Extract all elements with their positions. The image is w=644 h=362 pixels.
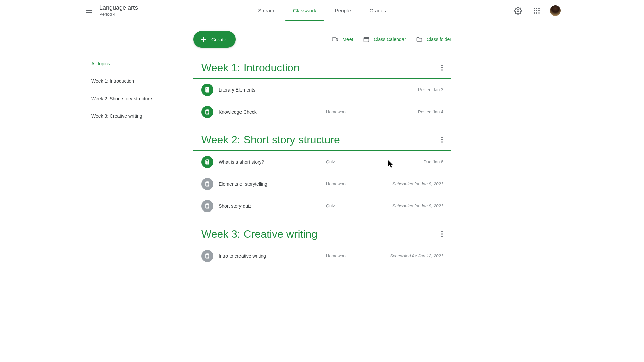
classwork-date: Due Jan 6 — [424, 159, 443, 164]
calendar-icon — [363, 36, 370, 43]
classwork-type: Quiz — [326, 159, 373, 164]
sidebar: All topicsWeek 1: IntroductionWeek 2: Sh… — [78, 21, 193, 267]
topic-more-button[interactable] — [435, 61, 449, 74]
svg-point-9 — [538, 12, 540, 14]
folder-icon — [416, 36, 423, 43]
topic-title[interactable]: Week 2: Short story structure — [193, 134, 340, 146]
svg-point-18 — [441, 231, 443, 232]
svg-rect-10 — [332, 38, 336, 41]
link-class-calendar[interactable]: Class Calendar — [363, 36, 406, 43]
topic-header: Week 3: Creative writing — [193, 227, 451, 245]
classwork-type: Homework — [326, 109, 373, 114]
link-meet[interactable]: Meet — [332, 36, 353, 43]
quiz-icon — [201, 156, 213, 168]
gear-icon — [514, 7, 522, 15]
topic-title[interactable]: Week 3: Creative writing — [193, 228, 317, 240]
classwork-date: Scheduled for Jan 8, 2021 — [392, 181, 443, 186]
svg-point-1 — [534, 8, 535, 9]
create-button[interactable]: Create — [193, 31, 236, 48]
sidebar-item[interactable]: Week 3: Creative writing — [91, 107, 193, 125]
tab-people[interactable]: People — [327, 0, 359, 21]
assignment-icon — [201, 200, 213, 212]
classwork-title: Short story quiz — [219, 203, 326, 209]
topic-title[interactable]: Week 1: Introduction — [193, 62, 300, 74]
classwork-title: Literary Elements — [219, 87, 326, 93]
topic-more-button[interactable] — [435, 133, 449, 146]
nav-tabs: StreamClassworkPeopleGrades — [250, 0, 394, 21]
topic-section: Week 1: Introduction Literary Elements P… — [193, 61, 451, 123]
sidebar-item[interactable]: Week 1: Introduction — [91, 72, 193, 90]
classwork-row[interactable]: Elements of storytelling Homework Schedu… — [193, 173, 451, 195]
topic-header: Week 1: Introduction — [193, 61, 451, 79]
classwork-row[interactable]: Short story quiz Quiz Scheduled for Jan … — [193, 195, 451, 217]
svg-point-3 — [538, 8, 540, 9]
more-vert-icon — [438, 230, 446, 238]
tab-stream[interactable]: Stream — [250, 0, 282, 21]
svg-point-6 — [538, 10, 540, 11]
svg-point-15 — [441, 137, 443, 138]
svg-point-14 — [441, 69, 443, 71]
assignment-icon — [201, 106, 213, 118]
more-vert-icon — [438, 136, 446, 144]
action-bar: Create MeetClass CalendarClass folder — [193, 27, 451, 51]
link-class-folder[interactable]: Class folder — [416, 36, 451, 43]
svg-point-19 — [441, 233, 443, 235]
tab-grades[interactable]: Grades — [362, 0, 394, 21]
classwork-type: Homework — [326, 181, 373, 186]
svg-point-2 — [536, 8, 537, 9]
classwork-type: Homework — [326, 253, 373, 258]
class-subtitle: Period 4 — [99, 12, 138, 17]
sidebar-item[interactable]: Week 2: Short story structure — [91, 90, 193, 107]
svg-point-12 — [441, 65, 443, 66]
classwork-row[interactable]: Intro to creative writing Homework Sched… — [193, 245, 451, 267]
classwork-type: Quiz — [326, 203, 373, 208]
svg-point-17 — [441, 141, 443, 143]
link-label: Class folder — [427, 37, 451, 42]
topic-header: Week 2: Short story structure — [193, 133, 451, 151]
avatar[interactable] — [550, 5, 561, 16]
assignment-icon — [201, 178, 213, 190]
classwork-row[interactable]: Literary Elements Posted Jan 3 — [193, 79, 451, 101]
classwork-date: Posted Jan 3 — [418, 87, 443, 92]
settings-button[interactable] — [510, 3, 526, 19]
classwork-row[interactable]: What is a short story? Quiz Due Jan 6 — [193, 151, 451, 173]
svg-point-20 — [441, 236, 443, 237]
svg-point-13 — [441, 67, 443, 68]
material-icon — [201, 84, 213, 96]
classwork-date: Scheduled for Jan 8, 2021 — [392, 203, 443, 208]
link-label: Meet — [342, 37, 353, 42]
classwork-title: Knowledge Check — [219, 109, 326, 115]
topic-section: Week 3: Creative writing Intro to creati… — [193, 227, 451, 267]
header: Language arts Period 4 StreamClassworkPe… — [78, 0, 566, 21]
classwork-row[interactable]: Knowledge Check Homework Posted Jan 4 — [193, 101, 451, 123]
link-label: Class Calendar — [374, 37, 406, 42]
apps-grid-icon — [533, 7, 541, 15]
svg-point-5 — [536, 10, 537, 11]
assignment-icon — [201, 250, 213, 262]
svg-rect-11 — [364, 37, 369, 42]
classwork-title: Elements of storytelling — [219, 181, 326, 187]
svg-point-16 — [441, 139, 443, 140]
classwork-date: Posted Jan 4 — [418, 109, 443, 114]
video-icon — [332, 36, 338, 43]
svg-point-4 — [534, 10, 535, 11]
svg-point-0 — [517, 10, 519, 12]
classwork-date: Scheduled for Jan 12, 2021 — [390, 253, 443, 258]
tab-classwork[interactable]: Classwork — [285, 0, 324, 21]
class-title[interactable]: Language arts — [99, 4, 138, 12]
main-menu-button[interactable] — [80, 3, 97, 19]
more-vert-icon — [438, 64, 446, 72]
apps-button[interactable] — [529, 3, 545, 19]
create-button-label: Create — [211, 37, 226, 42]
plus-icon — [199, 35, 207, 43]
svg-point-8 — [536, 12, 537, 14]
topic-more-button[interactable] — [435, 227, 449, 241]
classwork-title: Intro to creative writing — [219, 253, 326, 259]
svg-point-7 — [534, 12, 535, 14]
topic-section: Week 2: Short story structure What is a … — [193, 133, 451, 217]
sidebar-item[interactable]: All topics — [91, 55, 193, 72]
classwork-title: What is a short story? — [219, 159, 326, 165]
hamburger-icon — [85, 7, 93, 15]
